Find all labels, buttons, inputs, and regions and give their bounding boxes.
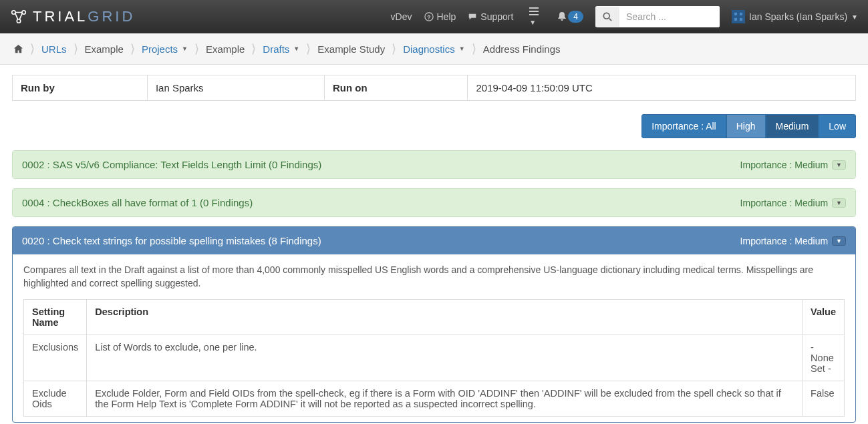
chevron-down-icon: ▼ xyxy=(459,45,465,52)
breadcrumb-sep: ⟩ xyxy=(130,41,135,56)
chat-icon xyxy=(468,12,477,21)
settings-table: Setting Name Description Value Exclusion… xyxy=(23,299,845,417)
list-menu-button[interactable]: ▼ xyxy=(525,4,545,29)
svg-point-2 xyxy=(17,19,20,23)
run-on-label: Run on xyxy=(324,75,468,101)
svg-rect-7 xyxy=(529,14,539,15)
svg-rect-9 xyxy=(732,10,745,23)
importance-tag: Importance : Medium ▼ xyxy=(740,198,846,208)
filter-low-button[interactable]: Low xyxy=(819,114,856,138)
panel-heading[interactable]: 0004 : CheckBoxes all have format of 1 (… xyxy=(13,189,855,216)
svg-point-8 xyxy=(603,13,609,19)
setting-name: Exclusions xyxy=(24,335,87,381)
svg-rect-6 xyxy=(529,11,539,12)
breadcrumb-sep: ⟩ xyxy=(74,41,78,56)
table-row: Exclusions List of Words to exclude, one… xyxy=(24,335,845,381)
logo-text: TRIALGRID xyxy=(33,8,135,25)
help-label: Help xyxy=(437,11,456,22)
panel-body: Compares all text in the Draft against a… xyxy=(13,254,855,422)
logo[interactable]: TRIALGRID xyxy=(10,8,135,25)
run-by-value: Ian Sparks xyxy=(147,75,324,101)
setting-value: False xyxy=(803,381,845,417)
chevron-down-icon: ▼ xyxy=(851,13,858,21)
breadcrumb-projects[interactable]: Projects▼ xyxy=(142,43,188,55)
filter-all-button[interactable]: Importance : All xyxy=(641,114,726,138)
breadcrumb-sep: ⟩ xyxy=(472,41,476,56)
panel-title: 0020 : Check text strings for possible s… xyxy=(22,235,321,246)
breadcrumb-sep: ⟩ xyxy=(306,41,311,56)
table-header-row: Setting Name Description Value xyxy=(24,300,845,335)
col-value: Value xyxy=(803,300,845,335)
help-icon: ? xyxy=(424,12,434,21)
setting-value: - None Set - xyxy=(803,335,845,381)
run-on-value: 2019-04-09 11:50:09 UTC xyxy=(468,75,856,101)
panel-description: Compares all text in the Draft against a… xyxy=(23,264,845,290)
search-input[interactable] xyxy=(619,6,720,27)
logo-icon xyxy=(10,8,27,25)
col-description: Description xyxy=(87,300,803,335)
importance-dropdown-button[interactable]: ▼ xyxy=(832,236,846,246)
list-icon xyxy=(529,7,541,16)
importance-dropdown-button[interactable]: ▼ xyxy=(832,160,846,170)
importance-filter-row: Importance : All High Medium Low xyxy=(12,114,856,138)
user-name: Ian Sparks (Ian Sparks) xyxy=(749,11,847,22)
breadcrumb-urls[interactable]: URLs xyxy=(41,43,67,55)
run-by-label: Run by xyxy=(13,75,148,101)
breadcrumb-home[interactable] xyxy=(13,44,23,54)
search-button[interactable] xyxy=(595,7,619,27)
svg-text:?: ? xyxy=(427,14,430,21)
setting-desc: Exclude Folder, Form and Field OIDs from… xyxy=(87,381,803,417)
breadcrumb-sep: ⟩ xyxy=(194,41,199,56)
user-menu[interactable]: Ian Sparks (Ian Sparks) ▼ xyxy=(732,10,858,23)
importance-tag: Importance : Medium ▼ xyxy=(740,160,846,170)
filter-high-button[interactable]: High xyxy=(726,114,766,138)
search-wrap xyxy=(595,6,720,27)
chevron-down-icon: ▼ xyxy=(293,45,299,52)
home-icon xyxy=(13,44,23,54)
breadcrumb-project[interactable]: Example xyxy=(206,43,245,55)
run-info-table: Run by Ian Sparks Run on 2019-04-09 11:5… xyxy=(12,75,856,101)
top-navbar: TRIALGRID vDev ? Help Support ▼ 4 Ian Sp… xyxy=(0,0,868,33)
user-avatar-icon xyxy=(732,10,745,23)
svg-rect-5 xyxy=(529,7,539,9)
diagnostic-panel-0020: 0020 : Check text strings for possible s… xyxy=(12,226,856,423)
table-row: Run by Ian Sparks Run on 2019-04-09 11:5… xyxy=(13,75,856,101)
breadcrumb-diagnostics[interactable]: Diagnostics▼ xyxy=(403,43,464,55)
panel-title: 0002 : SAS v5/v6 Compliance: Text Fields… xyxy=(22,159,321,170)
support-label: Support xyxy=(480,11,513,22)
breadcrumb-sep: ⟩ xyxy=(30,41,35,56)
panel-title: 0004 : CheckBoxes all have format of 1 (… xyxy=(22,197,253,208)
vdev-link[interactable]: vDev xyxy=(391,11,412,22)
bell-icon xyxy=(557,11,567,22)
notifications-button[interactable]: 4 xyxy=(557,11,583,23)
breadcrumb: ⟩ URLs ⟩ Example ⟩ Projects▼ ⟩ Example ⟩… xyxy=(13,41,855,56)
col-setting-name: Setting Name xyxy=(24,300,87,335)
breadcrumb-sep: ⟩ xyxy=(392,41,396,56)
setting-name: Exclude Oids xyxy=(24,381,87,417)
filter-medium-button[interactable]: Medium xyxy=(766,114,819,138)
notification-count: 4 xyxy=(568,11,583,23)
diagnostic-panel-0004: 0004 : CheckBoxes all have format of 1 (… xyxy=(12,188,856,217)
importance-dropdown-button[interactable]: ▼ xyxy=(832,198,846,208)
importance-filter: Importance : All High Medium Low xyxy=(641,114,856,138)
panel-heading[interactable]: 0020 : Check text strings for possible s… xyxy=(13,227,855,254)
breadcrumb-bar: ⟩ URLs ⟩ Example ⟩ Projects▼ ⟩ Example ⟩… xyxy=(0,33,868,65)
diagnostic-panel-0002: 0002 : SAS v5/v6 Compliance: Text Fields… xyxy=(12,150,856,179)
breadcrumb-drafts[interactable]: Drafts▼ xyxy=(263,43,299,55)
breadcrumb-current: Address Findings xyxy=(483,43,561,55)
panel-heading[interactable]: 0002 : SAS v5/v6 Compliance: Text Fields… xyxy=(13,151,855,178)
search-icon xyxy=(603,12,612,21)
breadcrumb-study[interactable]: Example Study xyxy=(317,43,385,55)
breadcrumb-sep: ⟩ xyxy=(251,41,256,56)
support-link[interactable]: Support xyxy=(468,11,513,22)
breadcrumb-org[interactable]: Example xyxy=(85,43,124,55)
setting-desc: List of Words to exclude, one per line. xyxy=(87,335,803,381)
table-row: Exclude Oids Exclude Folder, Form and Fi… xyxy=(24,381,845,417)
help-link[interactable]: ? Help xyxy=(424,11,456,22)
importance-tag: Importance : Medium ▼ xyxy=(740,236,846,246)
chevron-down-icon: ▼ xyxy=(182,45,188,52)
